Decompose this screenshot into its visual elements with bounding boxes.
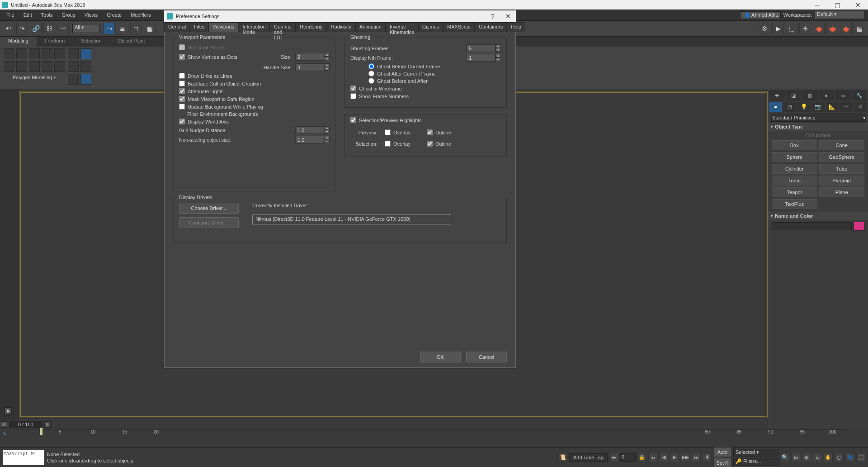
user-badge[interactable]: 👤 Ahmed Alhu...: [740, 11, 781, 19]
ribbon-btn-8[interactable]: [29, 61, 40, 72]
chk-ghost-wireframe[interactable]: Ghost in Wireframe: [350, 86, 501, 91]
cmd-sub-spacewarps[interactable]: 〰: [840, 102, 853, 112]
bind-button[interactable]: 〰: [57, 23, 69, 34]
rollout-object-type[interactable]: Object Type: [768, 123, 868, 131]
obj-btn-plane[interactable]: Plane: [819, 187, 865, 197]
ribbon-tab-freeform[interactable]: Freeform: [37, 37, 73, 47]
prev-key-icon[interactable]: ◂▸: [609, 453, 618, 462]
dlg-tab-files[interactable]: Files: [190, 22, 208, 32]
chk-attenuate-lights[interactable]: Attenuate Lights: [179, 88, 330, 94]
nav-zoom-ext-icon[interactable]: ⊡: [813, 453, 822, 462]
toolbar-icon-1[interactable]: ⬚: [786, 23, 797, 34]
obj-btn-sphere[interactable]: Sphere: [772, 152, 817, 162]
window-minimize-button[interactable]: ─: [807, 0, 827, 10]
cmd-tab-hierarchy[interactable]: ▥: [802, 90, 818, 101]
maxscript-listener[interactable]: MAXScript Mi: [3, 450, 44, 465]
cmd-sub-cameras[interactable]: 📷: [811, 102, 825, 112]
window-maximize-button[interactable]: ▢: [827, 0, 848, 10]
ok-button[interactable]: OK: [420, 352, 461, 362]
object-color-swatch[interactable]: [854, 222, 864, 231]
workspace-select[interactable]: Default ▾: [815, 11, 864, 19]
chk-use-dual-planes[interactable]: Use Dual Planes: [179, 44, 330, 50]
obj-btn-box[interactable]: Box: [772, 140, 817, 150]
chk-show-vertices[interactable]: Show Vertices as Dots: [179, 54, 277, 60]
obj-btn-geosphere[interactable]: GeoSphere: [819, 152, 865, 162]
nth-frame-spinner[interactable]: ▴▾: [467, 54, 501, 62]
chk-selection-outline[interactable]: Outline: [427, 141, 451, 147]
cmd-sub-helpers[interactable]: 📐: [826, 102, 839, 112]
teapot-icon-2[interactable]: 🫖: [826, 23, 838, 34]
radio-ghost-after[interactable]: Ghost After Current Frame: [368, 71, 501, 76]
nav-zoom-all-icon[interactable]: ⊞: [791, 453, 800, 462]
select-object-button[interactable]: ▭: [103, 23, 115, 34]
prev-frame-button[interactable]: ◀: [659, 453, 668, 462]
dlg-tab-gizmos[interactable]: Gizmos: [418, 22, 443, 32]
ribbon-btn-2[interactable]: [16, 48, 27, 59]
chk-draw-links[interactable]: Draw Links as Lines: [179, 73, 330, 79]
dialog-help-button[interactable]: ?: [485, 10, 500, 22]
menu-group[interactable]: Group: [57, 11, 80, 19]
obj-btn-pyramid[interactable]: Pyramid: [819, 176, 865, 186]
ribbon-group-label[interactable]: Polygon Modeling: [4, 74, 65, 81]
dlg-tab-rendering[interactable]: Rendering: [296, 22, 327, 32]
script-icon[interactable]: 📜: [558, 453, 567, 462]
ribbon-btn-5[interactable]: [54, 48, 65, 59]
cmd-tab-utilities[interactable]: 🔧: [852, 90, 868, 101]
lock-icon[interactable]: 🔒: [637, 453, 646, 462]
window-crossing-button[interactable]: ▦: [144, 23, 156, 34]
undo-button[interactable]: ↶: [3, 23, 14, 34]
viewport-expand-button[interactable]: ▶: [5, 407, 12, 415]
selection-filter[interactable]: All ▾: [72, 24, 99, 33]
nav-pan-icon[interactable]: ✋: [824, 453, 833, 462]
cmd-tab-motion[interactable]: ●: [819, 90, 835, 101]
timeline-wave-icon[interactable]: ∿: [3, 431, 9, 437]
key-filters-button[interactable]: 🔑 Filters...: [733, 458, 778, 466]
track-left-button[interactable]: <: [1, 421, 7, 428]
cmd-tab-display[interactable]: ▭: [835, 90, 851, 101]
toolbar-grid-icon[interactable]: ▦: [854, 23, 865, 34]
cmd-sub-geometry[interactable]: ●: [769, 102, 782, 112]
dlg-tab-maxscript[interactable]: MAXScript: [443, 22, 475, 32]
current-frame-input[interactable]: 0: [620, 453, 636, 462]
dlg-tab-interaction[interactable]: Interaction Mode: [238, 22, 269, 32]
obj-btn-cone[interactable]: Cone: [819, 140, 865, 150]
chk-selection-overlay[interactable]: Overlay: [385, 141, 410, 147]
goto-start-button[interactable]: ⏮: [648, 453, 657, 462]
teapot-icon-1[interactable]: 🫖: [813, 23, 825, 34]
obj-btn-cylinder[interactable]: Cylinder: [772, 164, 817, 174]
chk-update-bg[interactable]: Update Background While Playing: [179, 104, 330, 110]
ribbon-side-2[interactable]: [80, 48, 91, 59]
dlg-tab-animation[interactable]: Animation: [355, 22, 386, 32]
choose-driver-button[interactable]: Choose Driver...: [179, 203, 239, 214]
auto-key-button[interactable]: Auto: [713, 447, 731, 457]
chk-world-axis[interactable]: Display World Axis: [179, 119, 330, 124]
ribbon-side-5[interactable]: [68, 74, 79, 85]
link-button[interactable]: 🔗: [30, 23, 42, 34]
nav-zoom-icon[interactable]: 🔍: [780, 453, 789, 462]
chk-show-frame-nums[interactable]: Show Frame Numbers: [350, 93, 501, 99]
ghosting-frames-spinner[interactable]: ▴▾: [467, 44, 501, 52]
menu-modifiers[interactable]: Modifiers: [126, 11, 156, 19]
menu-views[interactable]: Views: [80, 11, 102, 19]
set-key-button[interactable]: Set K: [713, 458, 731, 467]
render-setup-button[interactable]: ⚙: [759, 23, 770, 34]
ribbon-btn-4[interactable]: [42, 48, 52, 59]
ribbon-side-6[interactable]: [80, 74, 91, 85]
ribbon-btn-6[interactable]: [4, 61, 14, 72]
obj-btn-teapot[interactable]: Teapot: [772, 187, 817, 197]
teapot-icon-3[interactable]: 🫖: [840, 23, 852, 34]
grid-nudge-spinner[interactable]: ▴▾: [295, 126, 330, 134]
menu-tools[interactable]: Tools: [37, 11, 57, 19]
nonscaling-spinner[interactable]: ▴▾: [295, 136, 330, 143]
cmd-tab-modify[interactable]: ◪: [786, 90, 802, 101]
menu-file[interactable]: File: [2, 11, 19, 19]
cmd-tab-create[interactable]: ✚: [769, 90, 785, 101]
handle-size-spinner[interactable]: ▴▾: [295, 63, 330, 71]
nav-max-icon[interactable]: ⛶: [856, 453, 865, 462]
ribbon-tab-objectpaint[interactable]: Object Paint: [110, 37, 153, 47]
dlg-tab-radiosity[interactable]: Radiosity: [327, 22, 355, 32]
unlink-button[interactable]: ⛓: [43, 23, 55, 34]
cmd-sub-lights[interactable]: 💡: [797, 102, 811, 112]
ribbon-btn-10[interactable]: [54, 61, 65, 72]
cmd-sub-systems[interactable]: ⚛: [854, 102, 867, 112]
